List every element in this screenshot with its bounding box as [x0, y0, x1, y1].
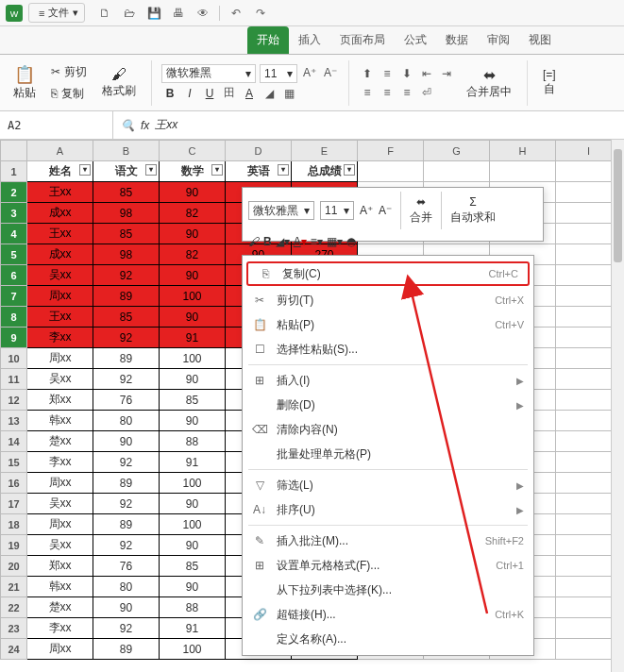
undo-icon[interactable]: ↶ — [226, 3, 246, 24]
cell[interactable]: 92 — [93, 369, 160, 390]
filter-icon[interactable]: ▾ — [344, 164, 355, 176]
decrease-font-icon[interactable]: A⁻ — [379, 204, 392, 217]
row-header[interactable]: 10 — [1, 348, 27, 369]
cell[interactable]: 李xx — [27, 328, 93, 348]
cell[interactable]: 李xx — [27, 618, 93, 639]
tab-view[interactable]: 视图 — [519, 26, 561, 54]
mini-size-select[interactable]: 11▾ — [320, 201, 354, 220]
align-left-icon[interactable]: ≡ — [359, 84, 376, 101]
border-icon[interactable]: ▦▾ — [327, 235, 343, 248]
fill-color-icon[interactable]: ◢ — [261, 85, 278, 102]
increase-font-icon[interactable]: A⁺ — [301, 64, 318, 81]
cell[interactable]: 98 — [93, 244, 160, 265]
menu-item[interactable]: ☐选择性粘贴(S)... — [243, 337, 533, 361]
cell[interactable]: 吴xx — [27, 535, 93, 556]
row-header[interactable]: 21 — [1, 577, 27, 597]
filter-icon[interactable]: ▾ — [79, 164, 91, 176]
row-header[interactable]: 15 — [1, 452, 27, 473]
wrap-button[interactable]: [=] 自 — [537, 66, 562, 99]
border-icon[interactable]: ▦ — [280, 85, 297, 102]
tab-formula[interactable]: 公式 — [395, 26, 436, 54]
cell[interactable]: 92 — [93, 494, 160, 514]
cell[interactable]: 88 — [160, 431, 226, 452]
cell[interactable]: 76 — [93, 390, 160, 411]
menu-item[interactable]: ✂剪切(T)Ctrl+X — [243, 288, 533, 312]
underline-icon[interactable]: U — [201, 85, 218, 102]
menu-item[interactable]: 定义名称(A)... — [243, 627, 533, 651]
menu-item[interactable]: ⊞设置单元格格式(F)...Ctrl+1 — [243, 553, 533, 578]
cell[interactable] — [358, 161, 424, 182]
cell[interactable]: 76 — [93, 556, 160, 577]
file-menu-button[interactable]: ≡ 文件 ▾ — [28, 3, 85, 23]
increase-font-icon[interactable]: A⁺ — [360, 204, 373, 217]
row-header[interactable]: 6 — [1, 265, 27, 286]
cell[interactable] — [490, 161, 556, 182]
formula-bar[interactable]: 🔍 fx 王xx — [113, 117, 185, 133]
header-cell[interactable]: 总成绩▾ — [292, 161, 358, 182]
cell[interactable]: 98 — [93, 203, 160, 224]
menu-item[interactable]: A↓排序(U)▶ — [243, 497, 533, 522]
indent-increase-icon[interactable]: ⇥ — [438, 65, 455, 82]
row-header[interactable]: 20 — [1, 556, 27, 577]
cell[interactable]: 90 — [93, 431, 160, 452]
copy-button[interactable]: ⎘复制 — [47, 84, 91, 104]
mini-autosum-button[interactable]: Σ自动求和 — [450, 195, 496, 226]
cell[interactable]: 100 — [160, 473, 226, 494]
cell[interactable]: 100 — [160, 639, 226, 660]
menu-item[interactable]: 🔗超链接(H)...Ctrl+K — [243, 602, 533, 627]
vertical-scrollbar[interactable] — [611, 140, 624, 672]
format-painter-button[interactable]: 🖌 格式刷 — [96, 64, 142, 101]
mini-font-select[interactable]: 微软雅黑▾ — [248, 201, 314, 220]
align-middle-icon[interactable]: ≡ — [379, 65, 396, 82]
cell[interactable]: 楚xx — [27, 431, 93, 452]
cell[interactable]: 85 — [160, 390, 226, 411]
filter-icon[interactable]: ▾ — [278, 164, 289, 176]
cell[interactable]: 王xx — [27, 224, 93, 244]
cell[interactable]: 成xx — [27, 244, 93, 265]
format-icon[interactable]: ◓ — [346, 235, 356, 248]
cell[interactable]: 周xx — [27, 514, 93, 535]
align-right-icon[interactable]: ≡ — [398, 84, 415, 101]
row-header[interactable]: 2 — [1, 182, 27, 203]
cell[interactable]: 89 — [93, 286, 160, 307]
row-header[interactable]: 1 — [1, 161, 27, 182]
row-header[interactable]: 5 — [1, 244, 27, 265]
cell[interactable]: 韩xx — [27, 411, 93, 431]
tab-review[interactable]: 审阅 — [478, 26, 519, 54]
tab-layout[interactable]: 页面布局 — [330, 26, 395, 54]
cell[interactable]: 85 — [160, 556, 226, 577]
fill-color-icon[interactable]: ◢▾ — [276, 235, 290, 248]
cell[interactable]: 92 — [93, 452, 160, 473]
cell[interactable]: 90 — [160, 265, 226, 286]
bold-icon[interactable]: B — [161, 85, 178, 102]
cut-button[interactable]: ✂剪切 — [47, 62, 91, 82]
cell[interactable]: 周xx — [27, 348, 93, 369]
cell[interactable]: 88 — [160, 597, 226, 618]
cell[interactable]: 91 — [160, 452, 226, 473]
menu-item[interactable]: 📋粘贴(P)Ctrl+V — [243, 312, 533, 337]
strikethrough-icon[interactable]: 田 — [221, 85, 238, 102]
print-icon[interactable]: 🖶 — [168, 3, 189, 24]
cell[interactable]: 90 — [160, 224, 226, 244]
row-header[interactable]: 14 — [1, 431, 27, 452]
row-header[interactable]: 8 — [1, 307, 27, 328]
cell[interactable] — [424, 161, 490, 182]
row-header[interactable]: 9 — [1, 328, 27, 348]
header-cell[interactable]: 语文▾ — [93, 161, 160, 182]
mini-merge-button[interactable]: ⬌合并 — [410, 195, 432, 226]
cell[interactable]: 92 — [93, 265, 160, 286]
row-header[interactable]: 22 — [1, 597, 27, 618]
menu-item[interactable]: ✎插入批注(M)...Shift+F2 — [243, 529, 533, 553]
bold-icon[interactable]: B — [263, 235, 272, 248]
merge-button[interactable]: ⬌ 合并居中 — [461, 64, 517, 102]
decrease-font-icon[interactable]: A⁻ — [322, 64, 339, 81]
cell[interactable]: 成xx — [27, 203, 93, 224]
cell[interactable]: 89 — [93, 348, 160, 369]
print-preview-icon[interactable]: 👁 — [193, 3, 213, 24]
row-header[interactable]: 13 — [1, 411, 27, 431]
italic-icon[interactable]: I — [181, 85, 198, 102]
column-header[interactable]: H — [490, 141, 556, 161]
cell[interactable]: 楚xx — [27, 597, 93, 618]
cell[interactable]: 91 — [160, 618, 226, 639]
cell[interactable]: 周xx — [27, 286, 93, 307]
